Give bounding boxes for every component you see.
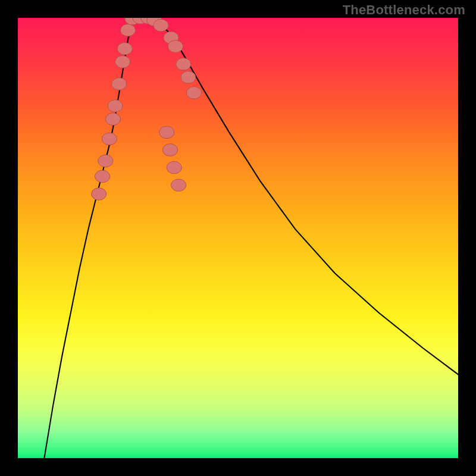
watermark-label: TheBottleneck.com: [343, 2, 465, 18]
plot-gradient-background: [18, 18, 458, 458]
chart-frame: TheBottleneck.com: [0, 0, 476, 476]
